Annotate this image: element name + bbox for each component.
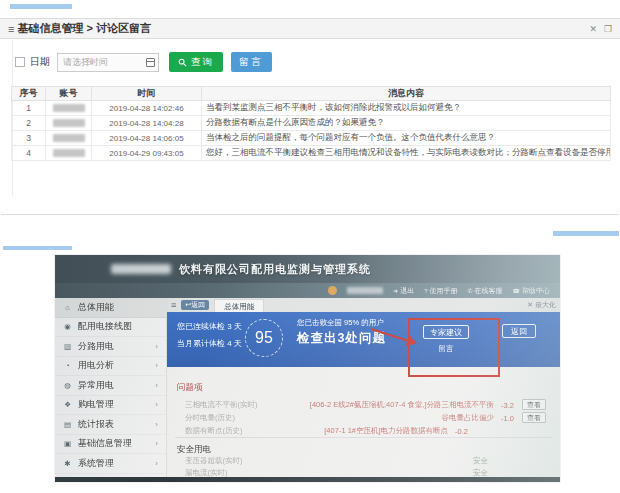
monthly-text: 当月累计体检 4 天	[177, 338, 242, 349]
service-item: ✆ 在线客服	[467, 286, 502, 296]
sidebar-item-label: 配用电接线图	[78, 320, 132, 333]
eye-icon: ◉	[63, 322, 72, 331]
safety-label: 变压器超载(实时)	[185, 456, 243, 466]
beat-text: 您已击败全国 95% 的用户	[297, 318, 384, 328]
chart-icon: ▥	[63, 342, 72, 351]
accent-bar-left	[3, 246, 72, 250]
gear-icon: ✱	[63, 459, 72, 468]
sidebar-item-abnormal-power: ◍ 异常用电 ›	[55, 376, 166, 396]
helpcenter-item: ☎ 帮助中心	[513, 286, 550, 296]
redacted-company-logo	[111, 264, 171, 274]
maximize-control: ✕ 最大化	[527, 300, 556, 310]
safety-status: 安全	[473, 468, 488, 477]
col-header-acct: 账号	[46, 87, 92, 101]
date-input[interactable]	[57, 53, 159, 72]
chevron-right-icon: ›	[155, 400, 158, 409]
problem-count-text: 检查出3处问题	[297, 330, 386, 347]
sidebar-item-wiring-diagram: ◉ 配用电接线图	[55, 318, 166, 338]
tab-overall-energy: 总体用能	[214, 299, 264, 312]
embedded-photo: 饮料有限公司配用电监测与管理系统 ➜ 退出 ? 使用手册 ✆ 在线客服	[55, 255, 560, 482]
sidebar-item-label: 异常用电	[78, 379, 114, 392]
message-board-panel: 日期 查询 留言 序号 账号 时间 消息内容	[1, 40, 619, 215]
safety-row: 漏电流(实时) 安全	[167, 468, 560, 477]
page-title: 基础信息管理 > 讨论区留言	[17, 21, 151, 36]
filter-bar: 日期 查询 留言	[15, 52, 272, 72]
sidebar-item-overall-energy: ⌂ 总体用能	[55, 298, 166, 318]
row-time: 2019-04-28 14:02:46	[92, 101, 202, 116]
date-checkbox[interactable]	[15, 57, 25, 67]
chevron-right-icon: ›	[155, 342, 158, 351]
sidebar-item-label: 基础信息管理	[78, 437, 132, 450]
search-button[interactable]: 查询	[169, 52, 223, 72]
photo-sidebar: ⌂ 总体用能 ◉ 配用电接线图 ▥ 分路用电 › ◔ 用电分析	[55, 298, 167, 477]
row-num: 1	[12, 101, 46, 116]
row-num: 4	[12, 146, 46, 161]
redacted-account	[53, 104, 85, 112]
expert-sub-label: 留言	[423, 344, 469, 354]
message-button[interactable]: 留言	[231, 52, 272, 72]
return-button: 返回	[502, 324, 536, 338]
calendar-icon[interactable]	[146, 58, 155, 67]
table-row: 4 2019-04-29 09:43:05 您好，三相电流不平衡建议检查三相用电…	[12, 146, 611, 161]
helpcenter-label: 帮助中心	[522, 286, 550, 296]
close-icon: ✕	[527, 301, 533, 309]
sidebar-item-label: 用电分析	[78, 359, 114, 372]
maximize-label: 最大化	[535, 300, 556, 310]
row-num: 3	[12, 131, 46, 146]
chevron-right-icon: ›	[155, 439, 158, 448]
col-header-num: 序号	[12, 87, 46, 101]
problem-row: 分时电量(历史) 谷电量占比偏少 -1.0 查看	[167, 413, 560, 425]
safety-row: 变压器超载(实时) 安全	[167, 456, 560, 468]
accent-bar-right	[553, 231, 619, 236]
manual-item: ? 使用手册	[424, 286, 457, 296]
report-icon: ▤	[63, 420, 72, 429]
view-button: 查看	[522, 412, 546, 423]
table-row: 2 2019-04-28 14:04:28 分路数据有断点是什么原因造成的？如果…	[12, 116, 611, 131]
row-content: 当体检之后的问题提醒，每个问题对应有一个负值。这个负值代表什么意思？	[202, 131, 611, 146]
problem-label: 三相电流不平衡(实时)	[185, 400, 258, 410]
service-icon: ✆	[467, 287, 472, 294]
page: ≡ 基础信息管理 > 讨论区留言 ✕ ❐ 日期 查询 留言	[0, 0, 620, 493]
pie-icon: ◔	[63, 361, 72, 370]
problem-detail: [407-1 1#空压机]电力分路数据有断点	[324, 426, 448, 436]
photo-app-header: 饮料有限公司配用电监测与管理系统	[55, 255, 560, 283]
table-row: 3 2019-04-28 14:06:05 当体检之后的问题提醒，每个问题对应有…	[12, 131, 611, 146]
photo-bottom-bezel	[55, 477, 560, 482]
sidebar-item-label: 统计报表	[78, 418, 114, 431]
problem-value: -1.0	[501, 414, 514, 423]
home-icon: ⌂	[63, 303, 72, 312]
panel-header: ≡ 基础信息管理 > 讨论区留言 ✕ ❐	[0, 18, 620, 39]
col-header-content: 消息内容	[202, 87, 611, 101]
problems-section-title: 问题项	[177, 382, 203, 394]
health-check-banner: 您已连续体检 3 天 当月累计体检 4 天 95 您已击败全国 95% 的用户 …	[167, 312, 560, 367]
sidebar-item-system-mgmt: ✱ 系统管理 ›	[55, 454, 166, 474]
window-icon[interactable]: ❐	[604, 24, 612, 34]
row-time: 2019-04-29 09:43:05	[92, 146, 202, 161]
avatar	[328, 286, 337, 295]
sidebar-item-branch-power: ▥ 分路用电 ›	[55, 337, 166, 357]
table-row: 1 2019-04-28 14:02:46 当看到某监测点三相不平衡时，该如何消…	[12, 101, 611, 116]
search-icon	[178, 58, 187, 67]
row-content: 您好，三相电流不平衡建议检查三相用电情况和设备特性，与实际电表读数对比；分路断点…	[202, 146, 611, 161]
hamburger-icon: ≡	[8, 23, 14, 35]
row-account	[46, 146, 92, 161]
problem-value: -0.2	[455, 427, 468, 436]
close-icon[interactable]: ✕	[589, 24, 597, 34]
logout-item: ➜ 退出	[393, 286, 414, 296]
redacted-account	[53, 119, 85, 127]
row-time: 2019-04-28 14:04:28	[92, 116, 202, 131]
sidebar-item-label: 分路用电	[78, 340, 114, 353]
problem-value: -3.2	[501, 401, 514, 410]
photo-tab-bar: ≡ ↩返回 总体用能 ✕ 最大化	[167, 298, 560, 312]
search-button-label: 查询	[191, 56, 214, 69]
col-header-time: 时间	[92, 87, 202, 101]
sidebar-item-power-analysis: ◔ 用电分析 ›	[55, 357, 166, 377]
sidebar-item-purchase-mgmt: ❖ 购电管理 ›	[55, 396, 166, 416]
problem-label: 数据有断点(历史)	[185, 426, 243, 436]
redacted-account	[53, 149, 85, 157]
sidebar-item-label: 总体用能	[78, 301, 114, 314]
sidebar-item-label: 系统管理	[78, 457, 114, 470]
score-circle: 95	[245, 319, 283, 357]
redacted-username	[347, 287, 383, 294]
streak-text: 您已连续体检 3 天	[177, 321, 242, 332]
